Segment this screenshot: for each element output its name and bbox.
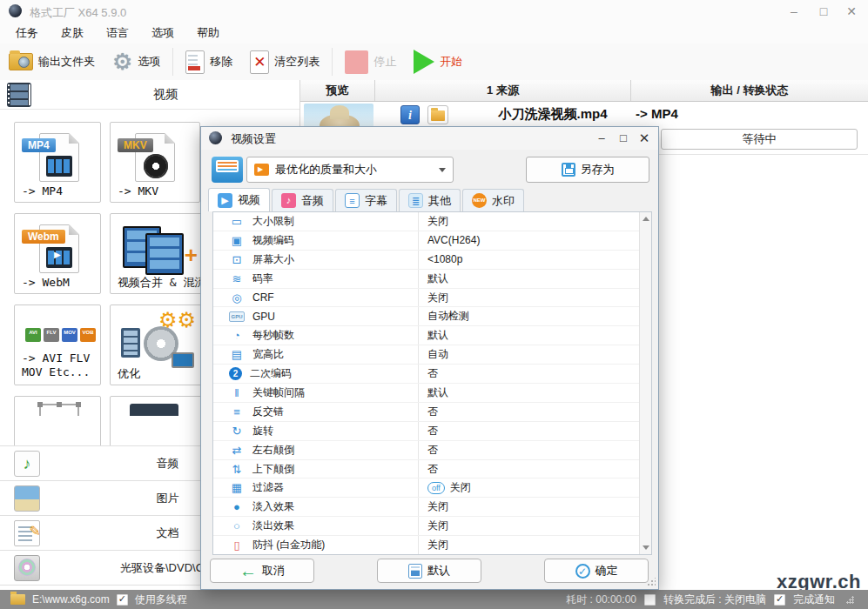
setting-row-flip-horizontal[interactable]: ⇄左右颠倒否 <box>213 441 639 460</box>
dialog-titlebar[interactable]: 视频设置 – □ ✕ <box>201 127 658 150</box>
filter-icon: ▦ <box>229 482 245 493</box>
setting-name: 左右颠倒 <box>252 443 294 458</box>
start-play-icon <box>414 50 434 74</box>
stop-button[interactable]: 停止 <box>336 45 405 78</box>
setting-value: 否 <box>427 424 438 438</box>
output-folder-button[interactable]: 输出文件夹 <box>0 45 104 78</box>
mp4-badge: MP4 <box>22 138 56 152</box>
start-button[interactable]: 开始 <box>405 45 471 78</box>
menu-item-4[interactable]: 帮助 <box>197 25 219 41</box>
scroll-down-icon[interactable] <box>641 542 651 553</box>
minimize-button[interactable]: – <box>779 0 809 23</box>
floppy-save-icon <box>562 163 575 177</box>
format-card-webm[interactable]: Webm -> WebM <box>14 213 101 294</box>
menu-item-1[interactable]: 皮肤 <box>61 25 84 41</box>
video-category-header[interactable]: 视频 <box>0 80 299 110</box>
scroll-up-icon[interactable] <box>641 213 651 224</box>
setting-row-fade-out[interactable]: ○淡出效果关闭 <box>213 517 639 536</box>
format-card-label: -> MP4 <box>22 184 63 198</box>
fps-gauge-icon: ◔ <box>229 330 245 341</box>
setting-name: 二次编码 <box>250 366 292 381</box>
output-path-folder-icon[interactable] <box>10 594 25 605</box>
shutdown-after-checkbox[interactable] <box>644 594 656 606</box>
window-resize-grip[interactable] <box>846 596 854 604</box>
stabilize-icon: ▯ <box>229 539 245 551</box>
dialog-resize-grip[interactable] <box>647 578 656 586</box>
setting-row-keyframe-interval[interactable]: ‖关键帧间隔默认 <box>213 384 639 403</box>
subtitle-lines-icon: ≡ <box>345 193 360 208</box>
film-strip-icon <box>121 328 140 358</box>
setting-name: 每秒帧数 <box>252 328 294 343</box>
setting-row-gpu-chip[interactable]: GPUGPU自动检测 <box>213 307 639 326</box>
setting-row-bitrate-waves[interactable]: ≋码率默认 <box>213 270 639 289</box>
dialog-minimize-button[interactable]: – <box>590 127 613 150</box>
cancel-button[interactable]: ← 取消 <box>210 559 314 583</box>
setting-row-deinterlace[interactable]: ≡反交错否 <box>213 403 639 422</box>
setting-row-screen-size[interactable]: ⊡屏幕大小<1080p <box>213 251 639 270</box>
setting-row-crf[interactable]: ◎CRF关闭 <box>213 289 639 308</box>
format-card-merge[interactable]: + 视频合并 & 混流 <box>110 213 207 294</box>
setting-row-stabilize[interactable]: ▯防抖 (白金功能)关闭 <box>213 536 639 554</box>
setting-row-fade-in[interactable]: ●淡入效果关闭 <box>213 498 639 517</box>
tab-2[interactable]: ≡字幕 <box>335 189 397 211</box>
remove-button[interactable]: 移除 <box>177 45 241 78</box>
remove-icon <box>185 50 205 74</box>
chip-icon: ▣ <box>229 235 245 246</box>
format-card-optimize[interactable]: ⚙⚙ 优化 <box>110 304 207 385</box>
format-card-mp4[interactable]: MP4 -> MP4 <box>14 122 101 203</box>
profile-dropdown[interactable]: 最优化的质量和大小 <box>246 157 454 183</box>
format-card-avi-etc[interactable]: AVI FLV MOV VOB -> AVI FLV MOV Etc... <box>14 304 101 385</box>
dialog-close-button[interactable]: ✕ <box>633 127 656 150</box>
film-strip-icon <box>46 156 72 177</box>
setting-row-fps-gauge[interactable]: ◔每秒帧数默认 <box>213 326 639 345</box>
menu-item-0[interactable]: 任务 <box>16 25 38 41</box>
ok-button[interactable]: ✓ 确定 <box>544 559 649 583</box>
dialog-maximize-button[interactable]: □ <box>612 127 635 150</box>
tab-1[interactable]: ♪音频 <box>272 189 333 211</box>
profile-selected-value: 最优化的质量和大小 <box>275 162 433 177</box>
setting-row-filter[interactable]: ▦过滤器off关闭 <box>213 478 639 498</box>
open-folder-icon[interactable] <box>427 105 448 124</box>
setting-value: 默认 <box>427 385 448 400</box>
app-window: 格式工厂 X64 5.9.0 – □ ✕ 任务皮肤语言选项帮助 输出文件夹 ⚙ … <box>0 0 868 609</box>
tab-3[interactable]: ≣其他 <box>399 189 461 211</box>
multithread-checkbox[interactable] <box>117 594 128 606</box>
menu-item-2[interactable]: 语言 <box>106 25 129 41</box>
video-category-label: 视频 <box>31 87 299 103</box>
toolbar-divider <box>172 48 173 76</box>
format-card-mkv[interactable]: MKV -> MKV <box>110 122 200 203</box>
setting-name: 大小限制 <box>252 214 294 229</box>
mkv-badge: MKV <box>118 138 153 152</box>
setting-value: 关闭 <box>427 214 448 229</box>
settings-tabs: ▶视频♪音频≡字幕≣其他NEW水印 <box>208 189 526 211</box>
setting-row-two-pass[interactable]: 2二次编码否 <box>213 365 639 384</box>
scrollbar[interactable] <box>639 212 651 554</box>
tab-4[interactable]: NEW水印 <box>462 189 524 211</box>
maximize-button[interactable]: □ <box>809 0 838 23</box>
save-as-button[interactable]: 另存为 <box>526 157 649 183</box>
default-doc-icon <box>408 564 422 579</box>
setting-name: 屏幕大小 <box>252 252 294 267</box>
info-icon[interactable]: i <box>400 105 420 124</box>
default-button[interactable]: 默认 <box>377 559 481 583</box>
audio-note-icon: ♪ <box>14 451 40 477</box>
statusbar: E:\www.x6g.com 使用多线程 耗时 : 00:00:00 转换完成后… <box>0 590 868 609</box>
toolbar: 输出文件夹 ⚙ 选项 移除 ✕ 清空列表 停止 开始 <box>0 44 868 80</box>
setting-row-chip[interactable]: ▣视频编码AVC(H264) <box>213 231 639 251</box>
notify-checkbox[interactable] <box>774 594 785 606</box>
menu-item-3[interactable]: 选项 <box>151 25 174 41</box>
setting-row-flip-vertical[interactable]: ⇅上下颠倒否 <box>213 460 639 479</box>
setting-row-rotate[interactable]: ↻旋转否 <box>213 422 639 441</box>
setting-row-aspect-ratio[interactable]: ▤宽高比自动 <box>213 345 639 365</box>
setting-name: 上下颠倒 <box>252 462 294 477</box>
setting-name: 视频编码 <box>252 233 294 248</box>
close-button[interactable]: ✕ <box>837 0 866 23</box>
tab-0[interactable]: ▶视频 <box>208 188 270 211</box>
setting-row-ruler[interactable]: ▭大小限制关闭 <box>213 212 639 231</box>
options-button[interactable]: ⚙ 选项 <box>104 45 169 78</box>
setting-value: 关闭 <box>427 519 448 533</box>
dialog-logo-icon <box>209 131 222 144</box>
clear-list-button[interactable]: ✕ 清空列表 <box>241 45 328 78</box>
output-path[interactable]: E:\www.x6g.com <box>32 593 110 606</box>
setting-name: 过滤器 <box>252 480 284 495</box>
